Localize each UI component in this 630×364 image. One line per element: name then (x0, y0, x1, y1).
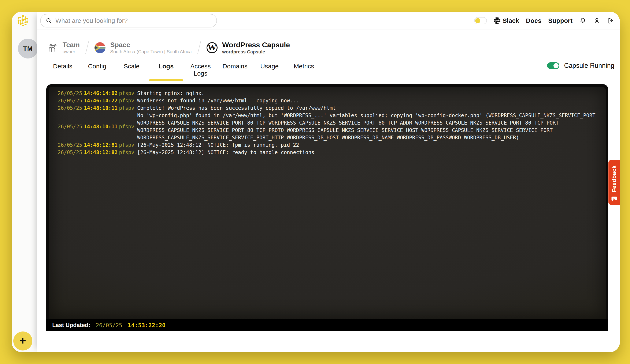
main-card: TM + Slack (12, 12, 620, 352)
tab-label: Metrics (294, 63, 314, 70)
log-line: WORDPRESS_CAPSULE_NKZS_SERVICE_PORT_80_T… (137, 119, 599, 127)
log-entries[interactable]: 26/05/2514:46:14:02pfspvStarting nginx: … (49, 87, 606, 319)
breadcrumb-separator (197, 41, 201, 54)
header-actions: Slack Docs Support (474, 17, 614, 24)
slack-link[interactable]: Slack (494, 17, 519, 24)
log-message: WordPress not found in /var/www/html - c… (137, 97, 599, 105)
toggle-knob (554, 63, 558, 68)
log-pod: pfspv (119, 149, 137, 156)
crumb-subtitle: South Africa (Cape Town) | South Africa (110, 49, 192, 54)
support-link[interactable]: Support (548, 17, 572, 24)
slack-icon (494, 17, 500, 24)
team-avatar[interactable]: TM (18, 39, 38, 58)
tab-label: Usage (260, 63, 279, 70)
sidebar-divider (16, 31, 29, 31)
tab-label: Config (88, 63, 106, 70)
log-line: No 'wp-config.php' found in /var/www/htm… (137, 112, 599, 119)
theme-toggle[interactable] (474, 17, 487, 24)
tab-label: Scale (124, 63, 140, 70)
tab-label: Access Logs (190, 63, 211, 77)
logout-button[interactable] (607, 17, 614, 24)
log-row: 26/05/2514:48:10:11pfspvNo 'wp-config.ph… (58, 112, 599, 142)
log-message: Complete! WordPress has been successfull… (137, 105, 599, 112)
app-logo-icon[interactable] (16, 14, 29, 27)
log-time: 14:48:10:11 (84, 123, 119, 131)
active-tab-underline (149, 79, 183, 81)
capsule-toggle-row: Capsule Running (547, 62, 614, 69)
tab-label: Domains (222, 63, 247, 70)
log-row: 26/05/2514:48:10:11pfspvComplete! WordPr… (58, 105, 599, 112)
log-pod: pfspv (119, 90, 137, 97)
log-message: [26-May-2025 12:48:12] NOTICE: ready to … (137, 149, 599, 156)
capsule-running-toggle[interactable] (547, 62, 560, 69)
docs-link[interactable]: Docs (526, 17, 542, 24)
feedback-label: Feedback (611, 165, 618, 192)
crumb-subtitle: wordpress Capsule (222, 50, 290, 54)
tab-domains[interactable]: Domains (218, 62, 252, 77)
theme-toggle-knob (475, 18, 480, 23)
south-africa-flag-icon (94, 42, 106, 53)
log-line: [26-May-2025 12:48:12] NOTICE: fpm is ru… (137, 142, 599, 149)
log-date: 26/05/25 (58, 149, 84, 156)
log-time: 14:46:14:22 (84, 97, 119, 105)
tab-usage[interactable]: Usage (252, 62, 287, 77)
search-bar[interactable] (40, 14, 217, 27)
notifications-button[interactable] (579, 17, 586, 24)
log-line: WORDPRESS_CAPSULE_NKZS_SERVICE_PORT_80_T… (137, 127, 599, 134)
crumb-subtitle: owner (62, 49, 80, 54)
breadcrumb-space[interactable]: Space South Africa (Cape Town) | South A… (94, 41, 192, 54)
feedback-smiley-icon (611, 195, 617, 202)
log-line: [26-May-2025 12:48:12] NOTICE: ready to … (137, 149, 599, 156)
tab-config[interactable]: Config (80, 62, 114, 77)
log-date: 26/05/25 (58, 97, 84, 105)
tab-logs[interactable]: Logs (149, 62, 183, 77)
log-date: 26/05/25 (58, 142, 84, 149)
content-panel: Slack Docs Support (37, 12, 620, 352)
add-button[interactable]: + (13, 332, 32, 351)
log-row: 26/05/2514:48:12:81pfspv[26-May-2025 12:… (58, 142, 599, 149)
wordpress-icon: W (206, 42, 218, 53)
crumb-title: Space (110, 41, 192, 48)
docs-label: Docs (526, 17, 542, 24)
search-icon (46, 17, 52, 24)
log-message: [26-May-2025 12:48:12] NOTICE: fpm is ru… (137, 142, 599, 149)
log-time: 14:48:12:82 (84, 149, 119, 156)
log-pod: pfspv (119, 142, 137, 149)
tab-scale[interactable]: Scale (114, 62, 149, 77)
log-footer: Last Updated: 26/05/25 14:53:22:20 (46, 319, 608, 331)
breadcrumb-separator (86, 41, 89, 54)
feedback-button[interactable]: Feedback (608, 160, 620, 205)
tab-metrics[interactable]: Metrics (287, 62, 321, 77)
last-updated-time: 14:53:22:20 (128, 322, 166, 329)
account-button[interactable] (593, 17, 600, 24)
log-line: WordPress not found in /var/www/html - c… (137, 97, 599, 105)
tab-details[interactable]: Details (46, 62, 80, 77)
support-label: Support (548, 17, 572, 24)
logout-icon (607, 17, 614, 24)
user-icon (593, 17, 600, 24)
log-row: 26/05/2514:48:12:82pfspv[26-May-2025 12:… (58, 149, 599, 156)
last-updated-label: Last Updated: (52, 322, 90, 329)
log-time: 14:48:10:11 (84, 105, 119, 112)
avatar-initials: TM (23, 45, 32, 52)
bell-icon (579, 17, 586, 24)
capsule-running-label: Capsule Running (564, 62, 614, 69)
search-input[interactable] (55, 17, 212, 24)
sidebar: TM + (12, 12, 37, 352)
log-message: Starting nginx: nginx. (137, 90, 599, 97)
log-line: WORDPRESS_CAPSULE_NKZS_SERVICE_SERVICE_P… (137, 134, 599, 142)
log-message: No 'wp-config.php' found in /var/www/htm… (137, 112, 599, 142)
breadcrumb-team[interactable]: Team owner (47, 41, 80, 54)
log-date: 26/05/25 (58, 90, 84, 97)
crumb-title: Team (62, 41, 80, 48)
log-date: 26/05/25 (58, 105, 84, 112)
tab-access-logs[interactable]: Access Logs (183, 62, 218, 77)
breadcrumb-capsule[interactable]: W WordPress Capsule wordpress Capsule (206, 41, 290, 54)
log-date: 26/05/25 (58, 123, 84, 131)
log-line: Starting nginx: nginx. (137, 90, 599, 97)
log-time: 14:46:14:02 (84, 90, 119, 97)
log-pod: pfspv (119, 123, 137, 131)
tab-label: Details (53, 63, 72, 70)
last-updated-date: 26/05/25 (96, 322, 122, 329)
log-terminal: 26/05/2514:46:14:02pfspvStarting nginx: … (46, 84, 608, 331)
